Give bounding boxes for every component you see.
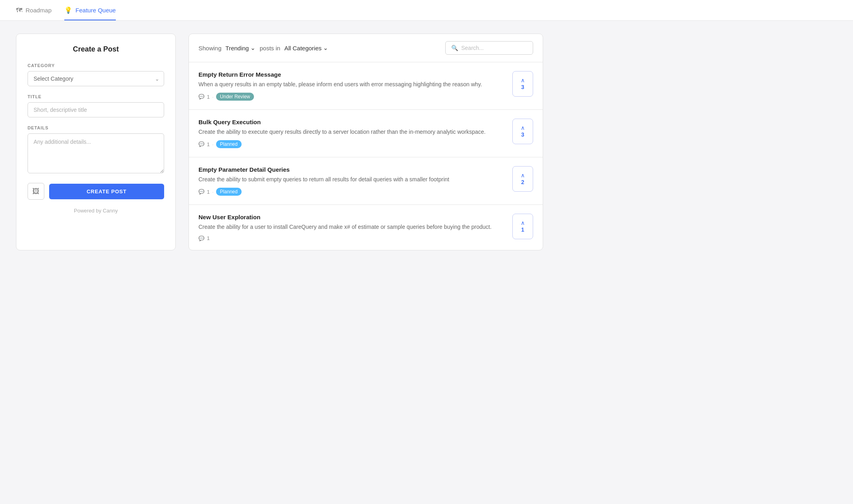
- post-content: Empty Parameter Detail Queries Create th…: [198, 166, 506, 196]
- category-filter-button[interactable]: All Categories ⌄: [283, 44, 330, 52]
- feature-queue-icon: 💡: [64, 6, 72, 14]
- comment-icon: 💬: [198, 189, 204, 194]
- sort-dropdown-button[interactable]: Trending ⌄: [224, 44, 258, 52]
- post-item: Empty Parameter Detail Queries Create th…: [189, 157, 543, 205]
- sort-value: Trending: [226, 45, 249, 52]
- vote-button[interactable]: ∧ 3: [512, 71, 533, 97]
- tab-feature-queue-label: Feature Queue: [75, 7, 116, 14]
- status-badge: Planned: [216, 188, 242, 196]
- search-icon: 🔍: [451, 45, 458, 51]
- tab-feature-queue[interactable]: 💡 Feature Queue: [64, 6, 116, 20]
- title-label: TITLE: [28, 94, 164, 99]
- form-actions: 🖼 CREATE POST: [28, 183, 164, 200]
- post-meta: 💬 1 · Planned: [198, 188, 506, 196]
- feature-queue-panel: Showing Trending ⌄ posts in All Categori…: [188, 34, 543, 250]
- posts-in-label: posts in: [260, 45, 280, 52]
- comment-icon: 💬: [198, 94, 204, 99]
- sort-chevron-icon: ⌄: [250, 44, 256, 52]
- showing-label: Showing: [198, 45, 222, 52]
- comment-count: 1: [207, 189, 210, 195]
- meta-dot: ·: [212, 141, 214, 147]
- vote-button[interactable]: ∧ 1: [512, 214, 533, 239]
- posts-list: Empty Return Error Message When a query …: [189, 62, 543, 250]
- comment-count: 1: [207, 235, 210, 241]
- details-label: DETAILS: [28, 125, 164, 130]
- meta-dot: ·: [212, 189, 214, 195]
- post-meta: 💬 1: [198, 235, 506, 241]
- comment-count: 1: [207, 94, 210, 100]
- powered-by-text: Powered by Canny: [28, 208, 164, 214]
- image-upload-button[interactable]: 🖼: [28, 183, 44, 200]
- meta-dot: ·: [212, 94, 214, 100]
- category-select-wrapper: Select Category ⌄: [28, 71, 164, 86]
- status-badge: Planned: [216, 140, 242, 148]
- create-post-button[interactable]: CREATE POST: [49, 184, 164, 199]
- post-title: Empty Return Error Message: [198, 71, 506, 78]
- post-item: New User Exploration Create the ability …: [189, 205, 543, 250]
- vote-count: 3: [521, 131, 524, 138]
- upvote-chevron-icon: ∧: [521, 125, 525, 131]
- post-description: Create the ability to execute query resu…: [198, 128, 506, 136]
- post-description: Create the ability for a user to install…: [198, 223, 506, 231]
- vote-button[interactable]: ∧ 3: [512, 119, 533, 144]
- filter-controls: Showing Trending ⌄ posts in All Categori…: [198, 44, 330, 52]
- details-textarea[interactable]: [28, 133, 164, 173]
- tab-roadmap-label: Roadmap: [26, 7, 52, 14]
- tab-roadmap[interactable]: 🗺 Roadmap: [16, 7, 52, 20]
- post-title: New User Exploration: [198, 214, 506, 220]
- post-content: New User Exploration Create the ability …: [198, 214, 506, 241]
- post-title: Empty Parameter Detail Queries: [198, 166, 506, 173]
- post-item: Empty Return Error Message When a query …: [189, 62, 543, 110]
- comment-icon: 💬: [198, 236, 204, 241]
- create-panel-title: Create a Post: [28, 45, 164, 54]
- category-select[interactable]: Select Category: [28, 71, 164, 86]
- filter-bar: Showing Trending ⌄ posts in All Categori…: [189, 34, 543, 62]
- comment-icon: 💬: [198, 141, 204, 147]
- vote-button[interactable]: ∧ 2: [512, 166, 533, 192]
- top-navigation: 🗺 Roadmap 💡 Feature Queue: [0, 0, 853, 21]
- vote-count: 2: [521, 179, 524, 185]
- search-box: 🔍: [445, 41, 533, 55]
- category-filter-value: All Categories: [284, 45, 321, 52]
- category-group: CATEGORY Select Category ⌄: [28, 63, 164, 86]
- upvote-chevron-icon: ∧: [521, 77, 525, 83]
- post-description: Create the ability to submit empty queri…: [198, 175, 506, 184]
- post-description: When a query results in an empty table, …: [198, 80, 506, 89]
- comment-count: 1: [207, 141, 210, 147]
- category-label: CATEGORY: [28, 63, 164, 68]
- roadmap-icon: 🗺: [16, 7, 22, 14]
- vote-count: 3: [521, 84, 524, 90]
- post-content: Bulk Query Execution Create the ability …: [198, 119, 506, 148]
- post-meta: 💬 1 · Planned: [198, 140, 506, 148]
- post-content: Empty Return Error Message When a query …: [198, 71, 506, 101]
- post-title: Bulk Query Execution: [198, 119, 506, 125]
- status-badge: Under Review: [216, 93, 254, 101]
- image-icon: 🖼: [32, 187, 40, 196]
- upvote-chevron-icon: ∧: [521, 173, 525, 178]
- search-input[interactable]: [461, 45, 525, 51]
- main-content: Create a Post CATEGORY Select Category ⌄…: [0, 21, 559, 263]
- post-item: Bulk Query Execution Create the ability …: [189, 110, 543, 157]
- title-input[interactable]: [28, 102, 164, 117]
- details-group: DETAILS: [28, 125, 164, 175]
- post-meta: 💬 1 · Under Review: [198, 93, 506, 101]
- vote-count: 1: [521, 226, 524, 233]
- title-group: TITLE: [28, 94, 164, 117]
- category-chevron-icon: ⌄: [323, 44, 328, 52]
- upvote-chevron-icon: ∧: [521, 220, 525, 226]
- create-post-panel: Create a Post CATEGORY Select Category ⌄…: [16, 34, 176, 250]
